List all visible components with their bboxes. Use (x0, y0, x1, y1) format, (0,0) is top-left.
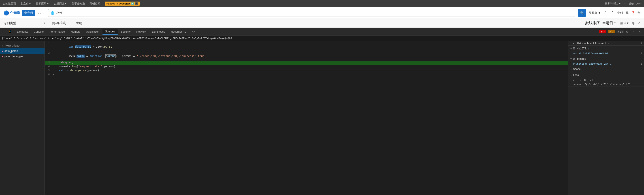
tab-more[interactable]: >> (189, 29, 198, 35)
f4a1673-expand-icon: ▼ (570, 48, 572, 50)
fpmin-section: ▼ ☑ fp.min.js !function(_0x594063){var..… (568, 56, 644, 66)
devtools-settings-icon[interactable]: ⚙ (624, 29, 630, 34)
tab-performance[interactable]: Performance (47, 29, 68, 35)
history-icon[interactable]: ⊡ (42, 11, 46, 15)
fpmin-content[interactable]: !function(_0x594063){var... 1 (568, 62, 644, 66)
snippet-item-data-parse[interactable]: ■ data_parse (0, 48, 44, 54)
nav-user: 183****87...▼ ✕ 反馈 APP (604, 2, 641, 5)
tab-recorder[interactable]: Recorder ⌥ (168, 29, 189, 35)
nav-city[interactable]: 北京市▼ (20, 2, 31, 6)
translate-btn[interactable]: 翻译▼ (620, 21, 629, 25)
snippet-icon: ■ (2, 50, 3, 52)
tab-network[interactable]: Network (134, 29, 149, 35)
patent-count: 共○条专利 (52, 21, 66, 25)
breakpoints-section: ▶ (this.webpackJsonp=this... 2 (568, 41, 644, 46)
tab-elements[interactable]: Elements (14, 29, 31, 35)
logo-area: 🔵 企知道 查专利 ⌂ ⊡ (4, 10, 46, 16)
search-globe-icon: 🌐 (50, 11, 54, 15)
f4a1673-header[interactable]: ▼ ☑ f4a1673.js (568, 46, 644, 52)
info-badge[interactable]: ≡ 14 (616, 30, 624, 33)
webpack-expand-icon: ▶ (572, 42, 574, 44)
fpmin-checkbox[interactable]: ☑ (573, 57, 576, 60)
devtools-device-icon[interactable]: 📱 (7, 29, 13, 34)
nav-home[interactable]: 企知道首页 (3, 2, 16, 6)
snippet-icon-1: ■ (2, 55, 3, 58)
code-line-3: 3 debugger; (45, 61, 568, 65)
code-editor[interactable]: 1 var data_parse = JSON.parse; 2 JSON.pa… (45, 41, 568, 195)
local-header[interactable]: ▼ Local (568, 72, 644, 78)
nav-about[interactable]: 关于企知道 (72, 2, 85, 6)
plus-icon: + (2, 44, 4, 48)
page-header: 🔵 企知道 查专利 ⌂ ⊡ 🌐 🔍 简易版 ▼ ⋮⋮⋮ 专利工具 ❓ 帮 (0, 7, 644, 19)
tab-application[interactable]: Application (84, 29, 102, 35)
debugger-play-btn[interactable]: ▶ (131, 2, 134, 5)
patent-type-panel: 专利类型 ∧ (4, 21, 48, 25)
local-label: Local (573, 74, 580, 77)
devtools-more-icon[interactable]: ⋮ (630, 29, 636, 34)
sort-options: 默认排序 申请日↑↑ (585, 21, 617, 26)
patent-type-collapse-icon[interactable]: ∧ (43, 22, 46, 25)
debugger-step-btn[interactable]: ⟳ (135, 2, 138, 5)
tab-memory[interactable]: Memory (68, 29, 83, 35)
tab-lighthouse[interactable]: Lighthouse (149, 29, 168, 35)
fpmin-header[interactable]: ▼ ☑ fp.min.js (568, 56, 644, 62)
jianyiban-dropdown-icon: ▼ (598, 11, 601, 14)
nav-more-apps[interactable]: 更多应用▼ (36, 2, 49, 6)
query-patent-btn[interactable]: 查专利 (22, 10, 35, 16)
devtools-toolbar: ⊡ 📱 Elements Console Performance Memory … (0, 28, 644, 36)
nav-science[interactable]: 科创空间 (90, 2, 100, 6)
apps-grid-icon[interactable]: ⋮⋮⋮ (604, 11, 614, 15)
home-icon[interactable]: ⌂ (38, 10, 41, 15)
devtools-main: + New snippet ■ data_parse ■ pass_debugg… (0, 41, 644, 195)
warning-badge[interactable]: ⚠ 1 (608, 30, 615, 33)
webpack-label: (this.webpackJsonp=this... (575, 42, 614, 45)
code-line-2: 2 JSON.parse = function (params){ params… (45, 52, 568, 61)
browser-nav: 企知道首页 北京市▼ 更多应用▼ 企服商城▼ 关于企知道 科创空间 Paused… (0, 0, 644, 7)
invention-label: 发明 (76, 21, 82, 25)
tab-security[interactable]: Security (118, 29, 133, 35)
nav-feedback[interactable]: 反馈 (629, 2, 634, 5)
snippet-item-pass-debugger[interactable]: ■ pass_debugger (0, 54, 44, 59)
new-snippet-btn[interactable]: + New snippet (0, 43, 44, 48)
nav-close-icon[interactable]: ✕ (624, 2, 626, 5)
snippets-panel: + New snippet ■ data_parse ■ pass_debugg… (0, 41, 45, 195)
devtools-close-icon[interactable]: ✕ (637, 29, 642, 34)
default-sort-btn[interactable]: 默认排序 (585, 21, 600, 26)
f4a1673-filename: f4a1673.js (576, 47, 589, 50)
logo-icon: 🔵 (4, 10, 9, 16)
scope-header[interactable]: ▼ Scope (568, 66, 644, 72)
right-panel: ▶ (this.webpackJsonp=this... 2 ▼ ☑ f4a16… (568, 41, 644, 195)
search-input[interactable] (56, 11, 573, 15)
fpmin-code: !function(_0x594063){var... (572, 62, 613, 65)
scope-expand-icon: ▼ (570, 68, 572, 70)
error-badge[interactable]: ⊗ 3 (599, 30, 606, 33)
this-value: this: Object (575, 79, 593, 82)
tab-console[interactable]: Console (31, 29, 46, 35)
help-icon[interactable]: ❓ (631, 11, 635, 14)
help-link[interactable]: 帮 (638, 11, 640, 15)
jianyiban-btn[interactable]: 简易版 ▼ (589, 11, 601, 15)
scope-section: ▼ Scope (568, 66, 644, 72)
search-button[interactable]: 🔍 (578, 9, 586, 17)
webpack-item[interactable]: ▶ (this.webpackJsonp=this... 2 (568, 41, 644, 46)
devtools-panel: ⊡ 📱 Elements Console Performance Memory … (0, 28, 644, 195)
this-item[interactable]: ▶ this: Object (568, 78, 644, 82)
patent-tool-link[interactable]: 专利工具 (617, 11, 628, 15)
nav-app[interactable]: APP (636, 2, 641, 5)
nav-shop[interactable]: 企服商城▼ (54, 2, 67, 6)
export-btn[interactable]: 导出↗ (632, 21, 640, 25)
f4a1673-content[interactable]: var a0_0x893fa=a0_0x5cb2... 1 (568, 52, 644, 56)
code-line-1: 1 var data_parse = JSON.parse; (45, 42, 568, 52)
f4a1673-checkbox[interactable]: ☑ (573, 47, 576, 50)
paused-debugger-badge: Paused in debugger ▶ ⟳ (105, 2, 140, 6)
new-snippet-label: New snippet (5, 44, 20, 47)
local-expand-icon: ▼ (570, 74, 572, 76)
params-value: params: "{\"code\":\"0\",\"status\":\"" (572, 83, 630, 86)
logo: 🔵 企知道 (4, 10, 20, 16)
devtools-inspect-icon[interactable]: ⊡ (2, 29, 6, 34)
apply-date-sort-btn[interactable]: 申请日↑↑ (602, 21, 617, 26)
tab-sources[interactable]: Sources (102, 28, 118, 35)
f4a1673-code: var a0_0x893fa=a0_0x5cb2... (572, 52, 613, 55)
right-actions: 翻译▼ 导出↗ (620, 21, 640, 25)
fpmin-filename: fp.min.js (576, 57, 586, 60)
